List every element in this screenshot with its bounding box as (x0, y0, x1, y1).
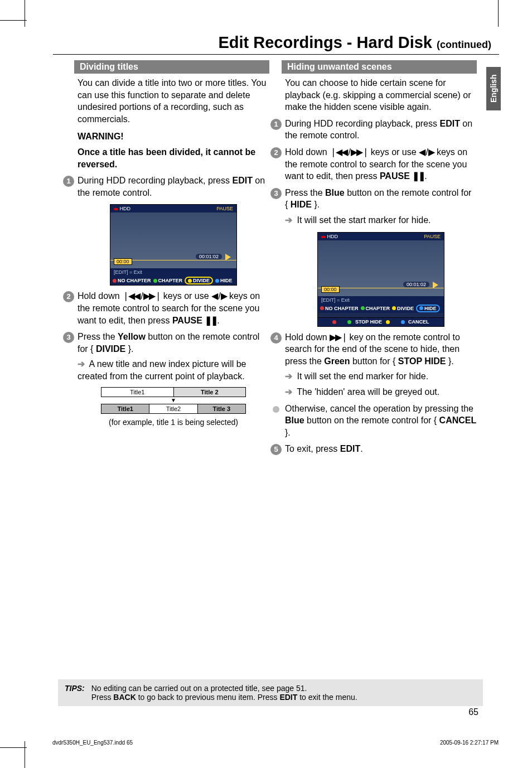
color-button-row: NO CHAPTER CHAPTER DIVIDE HIDE (318, 304, 444, 313)
no-chapter-button: NO CHAPTER (320, 306, 359, 311)
t: }. (446, 356, 453, 366)
prev-next-icon: ❘◀◀ / ▶▶❘ (330, 147, 368, 157)
section-hiding-scenes: Hiding unwanted scenes (282, 60, 477, 74)
title-continued: (continued) (437, 39, 491, 50)
yellow-dot-icon (392, 306, 396, 310)
t: to go back to previous menu item. Press (136, 693, 280, 702)
right-column: Hiding unwanted scenes You can choose to… (285, 60, 477, 458)
t: Otherwise, cancel the operation by press… (285, 404, 473, 413)
t: Press the (78, 332, 118, 341)
edit-screen-hide: HDD PAUSE 00:01:02 00:00 [EDIT] = Exit N… (317, 232, 444, 327)
left-step-3-result: A new title and new index picture will b… (78, 358, 269, 382)
prev-next-icon: ❘◀◀ / ▶▶❘ (122, 291, 161, 301)
right-step-5: 5 To exit, press EDIT. (285, 443, 477, 455)
left-step-2-text: Hold down ❘◀◀ / ▶▶❘ keys or use ◀ / ▶ ke… (78, 290, 269, 326)
t: During HDD recording playback, press (78, 176, 232, 185)
blue-key: Blue (325, 188, 345, 197)
hdd-label: HDD (327, 234, 338, 239)
left-step-1: 1 During HDD recording playback, press E… (78, 175, 269, 199)
hdd-label: HDD (120, 206, 131, 211)
timecode-start: 00:00 (321, 286, 340, 293)
diagram-title3: Title 3 (198, 404, 245, 413)
step-number-icon: 1 (270, 119, 282, 130)
left-right-icon: ◀ / ▶ (211, 291, 226, 301)
red-dot-icon (113, 279, 117, 283)
left-step-1-text: During HDD recording playback, press EDI… (78, 175, 269, 199)
diagram-title1: Title1 (101, 388, 174, 397)
t: To exit, press (285, 444, 340, 453)
left-step-3-text: Press the Yellow button on the remote co… (78, 331, 269, 355)
right-step-4-text: Hold down ▶▶❘ key on the remote control … (285, 331, 477, 368)
right-step-4-result-2: The 'hidden' area will be greyed out. (285, 386, 477, 398)
time-pill: 00:01:02 (196, 254, 222, 259)
t: Hold down (78, 291, 122, 301)
ss-preview: 00:01:02 00:00 (318, 240, 444, 296)
t: }. (285, 428, 291, 437)
t: to exit the menu. (297, 693, 357, 702)
divide-button-highlighted: DIVIDE (185, 277, 213, 284)
bullet-icon (273, 406, 279, 413)
footer-meta: dvdr5350H_EU_Eng537.indd 65 2005-09-16 2… (52, 740, 499, 746)
page-content: Edit Recordings - Hard Disk (continued) … (53, 33, 499, 458)
edit-key: EDIT (340, 444, 360, 453)
green-dot-icon (153, 279, 157, 283)
blue-key: Blue (285, 416, 304, 425)
yellow-dot-icon (386, 320, 390, 324)
step-number-icon: 2 (270, 147, 282, 158)
right-step-1-text: During HDD recording playback, press EDI… (285, 118, 477, 142)
page-number: 65 (468, 707, 478, 717)
t: Hold down (285, 332, 330, 342)
left-right-icon: ◀ / ▶ (419, 147, 434, 157)
color-button-row-2: STOP HIDE CANCEL (318, 317, 444, 326)
step-number-icon: 1 (63, 176, 74, 187)
yellow-key: Yellow (118, 332, 146, 341)
right-step-otherwise: Otherwise, cancel the operation by press… (285, 403, 477, 439)
right-step-4-result-1: It will set the end marker for hide. (285, 370, 477, 383)
step-number-icon: 2 (63, 291, 74, 302)
edit-key: EDIT (439, 119, 460, 128)
footer-timestamp: 2005-09-16 2:27:17 PM (440, 740, 499, 746)
ss-preview: 00:01:02 00:00 (110, 212, 236, 268)
right-step-1: 1 During HDD recording playback, press E… (285, 118, 477, 142)
blue-dot-icon (215, 279, 219, 283)
t: Press the (285, 188, 325, 197)
t: button on the remote control for { (304, 416, 439, 425)
t: Hold down (285, 147, 330, 157)
warning-head: WARNING! (78, 131, 269, 143)
color-button-row: NO CHAPTER CHAPTER DIVIDE HIDE (110, 276, 236, 285)
blue-dot-icon (401, 320, 405, 324)
footer-file: dvdr5350H_EU_Eng537.indd 65 (52, 740, 133, 746)
title-main-text: Edit Recordings - Hard Disk (218, 33, 437, 51)
pause-key: PAUSE (380, 171, 412, 181)
timecode-start: 00:00 (114, 258, 132, 265)
right-step-3: 3 Press the Blue button on the remote co… (285, 187, 477, 226)
yellow-dot-icon (188, 279, 192, 283)
next-icon: ▶▶❘ (330, 332, 347, 342)
pause-icon: ❚❚ (205, 316, 217, 325)
play-icon (433, 282, 438, 288)
record-icon (114, 208, 118, 210)
diagram-title1b: Title1 (101, 404, 149, 413)
diagram-title2: Title 2 (174, 388, 246, 397)
no-chapter-button: NO CHAPTER (113, 278, 151, 283)
diagram-row-before: Title1 Title 2 (101, 387, 246, 397)
right-step-3-result: It will set the start marker for hide. (285, 214, 477, 226)
tips-line-1: No editing can be carried out on a prote… (91, 684, 307, 693)
t: }. (312, 200, 320, 209)
left-step-3: 3 Press the Yellow button on the remote … (78, 331, 269, 382)
hide-key: HIDE (291, 200, 312, 209)
right-step-3-text: Press the Blue button on the remote cont… (285, 187, 477, 211)
down-arrow-icon: ▼ (101, 397, 246, 404)
t: . (360, 444, 362, 453)
t: During HDD recording playback, press (285, 119, 439, 128)
hide-button-highlighted: HIDE (416, 305, 440, 312)
pause-key: PAUSE (172, 316, 205, 325)
crop-mark-top-left (0, 0, 33, 33)
title-split-diagram: Title1 Title 2 ▼ Title1 Title2 Title 3 (101, 387, 246, 414)
edit-exit-hint: [EDIT] = Exit (110, 268, 236, 276)
edit-key: EDIT (232, 176, 252, 185)
pause-label: PAUSE (424, 234, 441, 239)
divide-button: DIVIDE (392, 306, 414, 311)
left-column: Dividing titles You can divide a title i… (78, 60, 269, 458)
red-dot-icon (332, 320, 336, 324)
